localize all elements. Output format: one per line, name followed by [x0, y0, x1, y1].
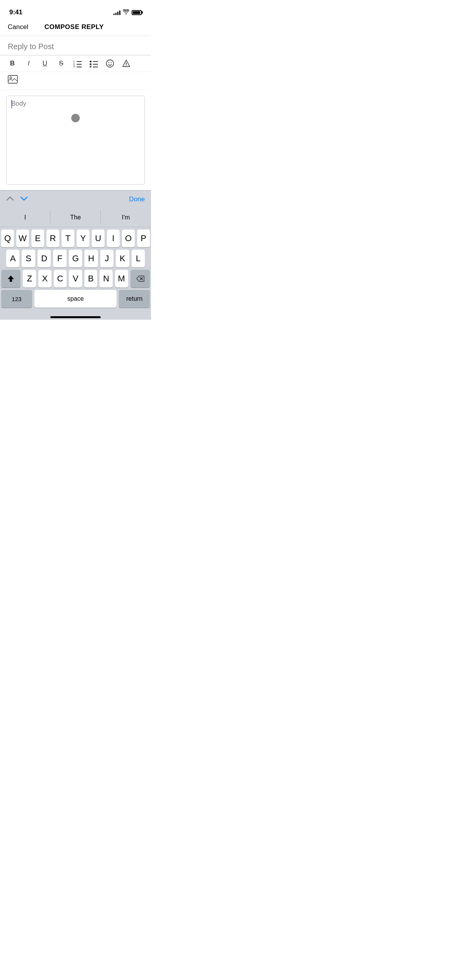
body-container[interactable]: [6, 96, 145, 185]
return-key[interactable]: return: [119, 290, 150, 308]
italic-button[interactable]: I: [24, 60, 33, 67]
shift-key[interactable]: [1, 270, 21, 288]
key-l[interactable]: L: [132, 250, 145, 267]
svg-point-7: [90, 63, 92, 65]
svg-point-14: [111, 62, 112, 63]
key-b[interactable]: B: [84, 270, 98, 288]
body-textarea[interactable]: [7, 96, 144, 184]
key-t[interactable]: T: [62, 230, 74, 247]
space-key[interactable]: space: [34, 290, 117, 308]
accessory-arrows: [6, 195, 28, 203]
signal-icon: [113, 10, 120, 15]
keyboard: I The I'm Q W E R T Y U I O P A S D F G …: [0, 208, 151, 313]
keyboard-row-2: A S D F G H J K L: [0, 247, 151, 267]
ordered-list-button[interactable]: 1. 2. 3.: [73, 60, 82, 67]
key-i[interactable]: I: [107, 230, 120, 247]
done-button[interactable]: Done: [129, 195, 145, 203]
keyboard-bottom-row: 123 space return: [0, 288, 151, 313]
key-e[interactable]: E: [31, 230, 44, 247]
key-c[interactable]: C: [54, 270, 67, 288]
key-a[interactable]: A: [6, 250, 19, 267]
key-y[interactable]: Y: [77, 230, 89, 247]
svg-point-18: [10, 77, 12, 79]
battery-icon: [132, 10, 142, 15]
autocorrect-item-2[interactable]: The: [50, 208, 101, 227]
home-bar: [50, 316, 101, 318]
key-f[interactable]: F: [53, 250, 66, 267]
autocorrect-item-1[interactable]: I: [0, 208, 50, 227]
key-d[interactable]: D: [38, 250, 51, 267]
key-g[interactable]: G: [69, 250, 82, 267]
nav-bar: Cancel COMPOSE REPLY: [0, 19, 151, 36]
autocorrect-bar: I The I'm: [0, 208, 151, 227]
strikethrough-button[interactable]: S: [57, 60, 66, 67]
keyboard-row-3: Z X C V B N M: [0, 267, 151, 288]
keyboard-row-1: Q W E R T Y U I O P: [0, 227, 151, 247]
key-r[interactable]: R: [46, 230, 59, 247]
key-v[interactable]: V: [69, 270, 82, 288]
content-area: B I U S 1. 2. 3.: [0, 36, 151, 185]
svg-point-8: [90, 66, 92, 68]
status-time: 9:41: [9, 9, 22, 16]
text-cursor: [11, 100, 12, 108]
svg-text:3.: 3.: [73, 65, 76, 67]
svg-point-13: [108, 62, 110, 63]
keyboard-accessory-bar: Done: [0, 190, 151, 208]
wifi-icon: [123, 9, 129, 15]
nav-title: COMPOSE REPLY: [45, 23, 104, 31]
key-s[interactable]: S: [22, 250, 35, 267]
key-j[interactable]: J: [100, 250, 113, 267]
image-button[interactable]: [8, 75, 18, 86]
key-n[interactable]: N: [100, 270, 113, 288]
drag-handle[interactable]: [71, 114, 80, 122]
svg-point-12: [106, 60, 114, 67]
unordered-list-button[interactable]: [89, 60, 98, 67]
subject-input[interactable]: [8, 42, 143, 51]
key-u[interactable]: U: [92, 230, 105, 247]
key-q[interactable]: Q: [1, 230, 14, 247]
svg-rect-17: [8, 75, 17, 83]
status-bar: 9:41: [0, 0, 151, 19]
svg-text:1.: 1.: [73, 60, 76, 63]
key-x[interactable]: X: [38, 270, 51, 288]
formatting-toolbar: B I U S 1. 2. 3.: [0, 55, 151, 72]
svg-point-6: [90, 61, 92, 63]
alert-button[interactable]: [122, 59, 131, 68]
key-m[interactable]: M: [115, 270, 128, 288]
cancel-button[interactable]: Cancel: [8, 23, 28, 31]
bold-button[interactable]: B: [8, 60, 17, 67]
autocorrect-item-3[interactable]: I'm: [101, 208, 151, 227]
key-o[interactable]: O: [122, 230, 135, 247]
key-k[interactable]: K: [116, 250, 129, 267]
emoji-button[interactable]: [105, 59, 115, 68]
delete-key[interactable]: [130, 270, 150, 288]
arrow-down-button[interactable]: [20, 195, 28, 203]
key-h[interactable]: H: [84, 250, 98, 267]
subject-field[interactable]: [0, 36, 151, 55]
arrow-up-button[interactable]: [6, 195, 14, 203]
key-z[interactable]: Z: [23, 270, 36, 288]
key-w[interactable]: W: [16, 230, 29, 247]
home-indicator: [0, 313, 151, 320]
image-toolbar: [0, 72, 151, 90]
numbers-key[interactable]: 123: [1, 290, 32, 308]
underline-button[interactable]: U: [40, 60, 50, 67]
status-icons: [113, 9, 142, 15]
svg-point-16: [126, 65, 127, 66]
key-p[interactable]: P: [137, 230, 150, 247]
